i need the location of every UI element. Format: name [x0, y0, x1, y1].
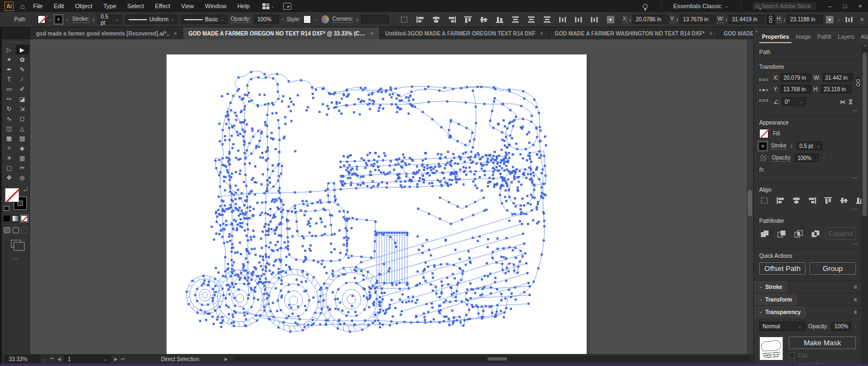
- align-more-options[interactable]: ⋯: [852, 206, 858, 212]
- screen-mode-icon[interactable]: [11, 240, 21, 247]
- menu-item[interactable]: View: [176, 1, 199, 11]
- pathfinder-intersect[interactable]: [793, 229, 804, 238]
- toolbar-grip[interactable]: ▪▪▪▪▪: [10, 39, 21, 45]
- collapsed-panel[interactable]: ⌄Transform ≡: [754, 293, 861, 305]
- prev-artboard-icon[interactable]: ◀: [57, 357, 61, 362]
- vertical-scrollbar-thumb[interactable]: [748, 190, 752, 216]
- corners-stepper[interactable]: ▴▾: [356, 17, 358, 22]
- tool-pen[interactable]: ✒: [3, 64, 16, 74]
- corners-field[interactable]: [361, 15, 389, 24]
- stroke-stepper[interactable]: ▴▾: [93, 17, 95, 22]
- panel-tab[interactable]: Properties: [759, 32, 791, 43]
- panel-menu-icon[interactable]: ≡: [860, 16, 864, 22]
- none-button[interactable]: [21, 215, 28, 222]
- tool-gradient[interactable]: ▨: [16, 133, 29, 143]
- align-v-align-center[interactable]: [838, 196, 849, 205]
- horizontal-scrollbar[interactable]: [233, 356, 750, 362]
- canvas-area[interactable]: [30, 39, 747, 354]
- tool-line-segment[interactable]: ∕: [16, 74, 29, 84]
- brush-dropdown[interactable]: Basic⌄: [181, 15, 227, 24]
- workspace-selector[interactable]: Essentials Classic ⌄: [667, 3, 735, 9]
- color-button[interactable]: [3, 215, 10, 222]
- transform-options-icon[interactable]: [824, 15, 835, 24]
- stroke-swatch[interactable]: [759, 143, 766, 150]
- next-artboard-icon[interactable]: ▶: [114, 357, 118, 362]
- pathfinder-unite[interactable]: [759, 229, 770, 238]
- opacity-field[interactable]: 100%: [795, 154, 819, 162]
- opacity-options-arrow[interactable]: ›: [823, 156, 825, 161]
- tool-eraser[interactable]: ◪: [16, 94, 29, 104]
- opacity-options-arrow[interactable]: ›: [282, 17, 284, 22]
- align-v-distribute-top[interactable]: [510, 15, 521, 24]
- menu-item[interactable]: Edit: [49, 1, 69, 11]
- align-h-align-center[interactable]: [431, 15, 442, 24]
- close-tab-icon[interactable]: ×: [371, 31, 374, 37]
- gradient-button[interactable]: [12, 215, 19, 222]
- tool-symbol-sprayer[interactable]: ✳: [3, 153, 16, 163]
- window-control[interactable]: ×: [853, 0, 868, 12]
- properties-scrollbar[interactable]: ⌃: [861, 45, 868, 364]
- document-tab[interactable]: GOD MADE A FARMER OREGON NO TEXT R14 DXF…: [183, 27, 380, 39]
- fill-color-swatch[interactable]: [38, 15, 45, 23]
- fill-swatch-none[interactable]: [5, 188, 19, 202]
- align-h-distribute-center[interactable]: [573, 15, 584, 24]
- tool-shape-builder[interactable]: ◫: [3, 123, 16, 133]
- menu-item[interactable]: Select: [122, 1, 149, 11]
- draw-behind-mode[interactable]: [13, 227, 19, 233]
- h-field[interactable]: 23.119 in: [821, 85, 852, 93]
- status-expand-icon[interactable]: ▶: [224, 357, 227, 362]
- panel-tab[interactable]: Image: [793, 32, 813, 43]
- opacity-label[interactable]: Opacity: [772, 155, 790, 162]
- draw-normal-mode[interactable]: [4, 227, 10, 233]
- stroke-weight-label[interactable]: Stroke:: [72, 16, 90, 23]
- opacity-label[interactable]: Opacity:: [231, 16, 251, 23]
- last-artboard-icon[interactable]: ⏭: [121, 356, 125, 362]
- horizontal-scrollbar-thumb[interactable]: [488, 357, 507, 361]
- constrain-proportions-icon[interactable]: [766, 15, 775, 25]
- align-h-distribute-right[interactable]: [589, 15, 600, 24]
- blend-mode-dropdown[interactable]: Normal⌄: [759, 322, 805, 331]
- x-field[interactable]: 20.079 in: [781, 73, 811, 82]
- tool-shaper[interactable]: ✏: [3, 94, 16, 104]
- default-fill-stroke-icon[interactable]: [4, 206, 9, 211]
- tool-column-graph[interactable]: ▥: [16, 153, 29, 163]
- menu-item[interactable]: Effect: [150, 1, 175, 11]
- stroke-weight-field[interactable]: 0.5 pt⌄: [796, 141, 823, 150]
- first-artboard-icon[interactable]: ⏮: [50, 356, 54, 362]
- w-field[interactable]: 31.4419 in: [729, 15, 765, 24]
- width-profile-dropdown[interactable]: Uniform⌄: [125, 15, 178, 24]
- link-dimensions-icon[interactable]: [857, 78, 860, 87]
- fill-swatch[interactable]: [759, 129, 769, 138]
- stroke-color-swatch[interactable]: [55, 16, 62, 23]
- tool-lasso[interactable]: ✿: [16, 55, 29, 64]
- vector-artwork[interactable]: [167, 55, 587, 354]
- toolbar-more-icon[interactable]: ⋯: [12, 255, 19, 262]
- collapsed-panel[interactable]: ⌄Stroke ≡: [754, 280, 861, 293]
- align-v-align-bottom[interactable]: [494, 15, 505, 24]
- x-field[interactable]: 20.0786 in: [632, 15, 668, 24]
- home-icon[interactable]: ⌂: [20, 2, 25, 10]
- tool-mesh[interactable]: ▦: [3, 133, 16, 143]
- panel-tab[interactable]: Layers: [835, 32, 857, 43]
- tool-magic-wand[interactable]: ✶: [3, 55, 16, 64]
- window-control[interactable]: □: [837, 0, 853, 12]
- tool-paintbrush[interactable]: ✐: [16, 84, 29, 94]
- align-h-align-left[interactable]: [415, 15, 426, 24]
- tool-selection[interactable]: ▷: [3, 45, 16, 55]
- panel-menu-icon[interactable]: ≡: [854, 309, 857, 315]
- pathfinder-minus-front[interactable]: [776, 229, 787, 238]
- pathfinder-exclude[interactable]: [810, 229, 821, 238]
- align-v-align-center[interactable]: [478, 15, 489, 24]
- tool-blend[interactable]: ◈: [16, 143, 29, 153]
- stroke-label[interactable]: Stroke: [771, 143, 787, 150]
- tool-artboard[interactable]: ▢: [3, 163, 16, 173]
- transparency-opacity-field[interactable]: 100%: [831, 322, 851, 331]
- fill-stroke-control[interactable]: ⤾: [5, 188, 27, 210]
- fx-button[interactable]: fx.: [759, 166, 856, 175]
- tool-direct-selection[interactable]: ▶: [16, 45, 29, 55]
- search-input[interactable]: [761, 3, 812, 9]
- panel-menu-icon[interactable]: ≡: [854, 297, 857, 303]
- document-tab[interactable]: god made a farmer good elements [Recover…: [31, 27, 183, 39]
- stock-search[interactable]: [752, 2, 817, 10]
- align-h-align-left[interactable]: [775, 196, 786, 205]
